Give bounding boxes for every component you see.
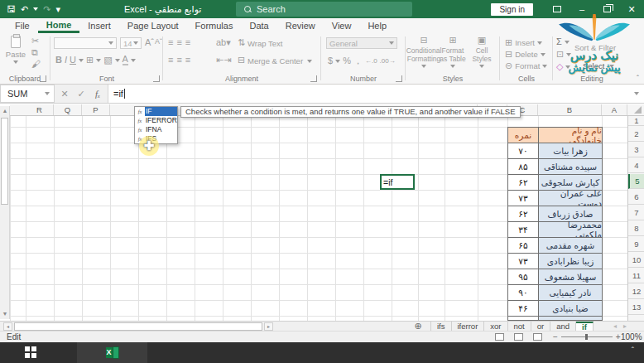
- accounting-format-icon[interactable]: $: [328, 56, 333, 65]
- zoom-in-icon[interactable]: +: [616, 332, 621, 341]
- delete-cells-button[interactable]: Delete: [515, 50, 537, 59]
- cut-icon[interactable]: ✂: [31, 36, 41, 46]
- name-cell[interactable]: علی عمران دوست: [538, 190, 603, 206]
- score-cell[interactable]: ۸۵: [507, 158, 539, 175]
- format-painter-icon[interactable]: 🖌: [31, 60, 41, 69]
- tab-review[interactable]: Review: [277, 19, 324, 33]
- row-header-3[interactable]: 3: [628, 143, 644, 157]
- name-cell[interactable]: محمدرضا ملکوتی: [538, 221, 603, 238]
- score-cell[interactable]: ۶۵: [507, 237, 539, 254]
- cell-styles-button[interactable]: ▣ Cell Styles: [469, 36, 495, 68]
- name-cell[interactable]: سپیده مشتاقی: [538, 158, 603, 175]
- page-layout-view-icon[interactable]: [514, 333, 523, 341]
- number-dialog-launcher[interactable]: [396, 75, 402, 82]
- name-cell[interactable]: ضیا بنیادی: [538, 300, 603, 317]
- undo-dropdown-icon[interactable]: [33, 7, 38, 11]
- tab-data[interactable]: Data: [241, 19, 276, 33]
- restore-icon[interactable]: [594, 0, 619, 18]
- decrease-decimal-icon[interactable]: .00→: [380, 58, 396, 65]
- column-header-R[interactable]: R: [26, 104, 54, 115]
- ribbon-display-options-icon[interactable]: [545, 0, 570, 18]
- insert-cells-button[interactable]: Insert: [515, 38, 535, 47]
- grow-font-icon[interactable]: Aˆ: [145, 38, 154, 47]
- font-dialog-launcher[interactable]: [153, 75, 160, 82]
- autocomplete-item-ifna[interactable]: fxIFNA: [135, 125, 177, 134]
- tab-view[interactable]: View: [324, 19, 360, 33]
- italic-icon[interactable]: I: [65, 56, 67, 65]
- select-all-corner[interactable]: [627, 104, 644, 116]
- row-header-6[interactable]: 6: [628, 190, 644, 205]
- save-icon[interactable]: 🖫: [7, 5, 16, 14]
- row-header-9[interactable]: 9: [628, 237, 644, 252]
- clear-icon[interactable]: ◇: [556, 62, 563, 71]
- underline-icon[interactable]: U: [70, 56, 76, 65]
- start-button-icon[interactable]: [25, 346, 36, 358]
- tab-formulas[interactable]: Formulas: [187, 19, 242, 33]
- tab-home[interactable]: Home: [38, 18, 80, 33]
- scroll-up-icon[interactable]: ▲: [0, 106, 10, 116]
- sign-in-button[interactable]: Sign in: [491, 3, 533, 16]
- clipboard-dialog-launcher[interactable]: [40, 75, 46, 82]
- number-format-combo[interactable]: General: [326, 37, 397, 49]
- close-icon[interactable]: ✕: [619, 0, 644, 18]
- zoom-slider[interactable]: [561, 336, 613, 337]
- enter-formula-icon[interactable]: ✓: [73, 89, 89, 99]
- cancel-formula-icon[interactable]: ✕: [56, 89, 73, 99]
- page-break-view-icon[interactable]: [533, 333, 542, 341]
- normal-view-icon[interactable]: [495, 333, 504, 341]
- horizontal-scrollbar[interactable]: ◂ ▸: [3, 322, 320, 331]
- row-header-2[interactable]: 2: [628, 127, 644, 142]
- fill-icon[interactable]: ⊡: [556, 50, 564, 59]
- merge-center-button[interactable]: Merge & Center: [248, 56, 303, 65]
- name-cell[interactable]: نادر کیمیایی: [538, 284, 603, 301]
- name-cell[interactable]: زیبا نظرابادی: [538, 253, 603, 269]
- table-header-name[interactable]: نام و نام خانوادگی: [538, 127, 603, 143]
- customize-qat-icon[interactable]: ▾: [55, 5, 60, 14]
- excel-taskbar-button[interactable]: X: [77, 342, 147, 363]
- row-header-10[interactable]: 10: [628, 253, 644, 268]
- worksheet[interactable]: RQPEDCBA 12345678910111213 ▲ ▼ نمرهنام و…: [0, 104, 644, 321]
- score-cell[interactable]: ۹۰: [507, 284, 539, 301]
- font-name-combo[interactable]: [54, 37, 117, 49]
- wrap-text-button[interactable]: Wrap Text: [248, 39, 282, 48]
- row-header-11[interactable]: 11: [628, 269, 644, 283]
- find-select-button[interactable]: Select: [583, 61, 604, 70]
- row-header-5[interactable]: 5: [628, 174, 644, 189]
- search-box[interactable]: Search: [236, 2, 412, 17]
- column-header-Q[interactable]: Q: [54, 104, 82, 115]
- name-box[interactable]: SUM: [0, 85, 55, 103]
- percent-icon[interactable]: %: [343, 56, 351, 65]
- active-cell-editor[interactable]: =if: [380, 174, 415, 190]
- horizontal-scroll-thumb[interactable]: [14, 322, 262, 331]
- insert-function-icon[interactable]: fₓ: [89, 89, 106, 99]
- score-cell[interactable]: ۹۵: [507, 269, 539, 285]
- name-cell[interactable]: شهره مقدمی: [538, 237, 603, 254]
- score-cell[interactable]: ۷۳: [507, 190, 539, 206]
- minimize-icon[interactable]: –: [570, 0, 594, 18]
- collapse-ribbon-icon[interactable]: ˆ: [637, 74, 639, 82]
- show-hidden-icons[interactable]: ˆ: [632, 346, 634, 356]
- tab-help[interactable]: Help: [359, 19, 395, 33]
- table-header-score[interactable]: نمره: [507, 127, 539, 143]
- zoom-level[interactable]: 100%: [621, 332, 642, 341]
- tab-file[interactable]: File: [7, 19, 38, 33]
- autocomplete-item-if[interactable]: fxIF: [135, 107, 177, 116]
- borders-icon[interactable]: ⊞: [86, 56, 94, 65]
- alignment-dialog-launcher[interactable]: [310, 75, 317, 82]
- column-header-B[interactable]: B: [538, 104, 602, 115]
- autosum-icon[interactable]: Σ: [556, 37, 562, 46]
- increase-decimal-icon[interactable]: ←.0: [365, 58, 377, 65]
- score-cell[interactable]: ۶۲: [507, 206, 539, 222]
- copy-icon[interactable]: ⧉: [31, 48, 41, 57]
- expand-formula-bar-icon[interactable]: [629, 85, 644, 103]
- vertical-scroll-thumb[interactable]: [1, 118, 8, 205]
- score-cell[interactable]: ۷۰: [507, 143, 539, 159]
- row-header-1[interactable]: 1: [628, 116, 644, 126]
- zoom-out-icon[interactable]: −: [553, 332, 558, 341]
- conditional-formatting-button[interactable]: ⊟ Conditional Formatting: [409, 36, 439, 68]
- name-cell[interactable]: سهیلا مشعوف: [538, 269, 603, 285]
- scroll-right-icon[interactable]: ▸: [264, 322, 273, 331]
- scroll-down-icon[interactable]: ▼: [0, 309, 10, 319]
- vertical-scrollbar[interactable]: ▲ ▼: [0, 106, 10, 319]
- score-cell[interactable]: ۴۶: [507, 300, 539, 317]
